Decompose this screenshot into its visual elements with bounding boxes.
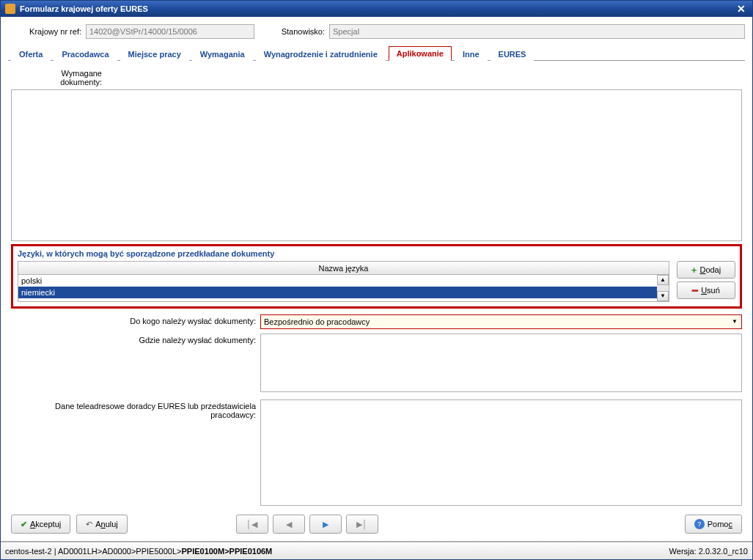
status-host: centos-test-2 [5,547,52,556]
statusbar: centos-test-2 | AD0001LH>AD0000>PPIE5000… [1,542,752,559]
send-to-select[interactable]: Bezpośrednio do pracodawcy ▼ [260,314,742,329]
languages-column-header: Nazwa języka [18,262,669,275]
status-path: | AD0001LH>AD0000>PPIE5000L> [52,547,182,556]
help-icon: ? [694,519,705,529]
ref-label: Krajowy nr ref: [8,27,81,36]
languages-section: Języki, w których mogą być sporządzone p… [11,244,742,309]
tab-wymagania[interactable]: Wymagania [192,47,253,61]
window-title: Formularz krajowej oferty EURES [20,4,148,13]
plus-icon: + [691,265,697,276]
del-label-rest: suń [707,286,720,295]
stanowisko-input [329,24,745,39]
accept-button[interactable]: ✔ Akceptuj [11,515,70,534]
delete-button[interactable]: ━ Usuń [677,281,735,299]
send-where-textarea[interactable] [260,334,742,392]
last-icon: ▶│ [356,520,367,529]
close-icon[interactable]: ✕ [735,3,748,15]
help-button[interactable]: ? Pomoc [685,515,742,534]
cancel-button[interactable]: ↶ Anuluj [76,515,128,534]
add-button[interactable]: + Dodaj [677,261,735,279]
check-icon: ✔ [21,520,27,529]
languages-table[interactable]: Nazwa języka polskiniemiecki ▲ ▼ [18,261,669,302]
tab-oferta[interactable]: Oferta [11,47,51,61]
nav-first-button[interactable]: │◀ [236,515,268,534]
minus-icon: ━ [692,285,698,296]
scroll-down-icon[interactable]: ▼ [657,291,669,301]
advisor-label: Dane teleadresowe doradcy EURES lub prze… [11,399,260,506]
header-fields: Krajowy nr ref: Stanowisko: [8,24,745,39]
next-icon: ▶ [323,520,328,529]
send-to-value: Bezpośrednio do pracodawcy [264,317,370,326]
ref-input [86,24,254,39]
nav-last-button[interactable]: ▶│ [346,515,378,534]
add-label-rest: odaj [705,265,721,274]
docs-label: Wymagane dokumenty: [11,67,106,86]
language-row[interactable]: polski [18,275,669,287]
language-row[interactable]: niemiecki [18,287,669,298]
tab-pracodawca[interactable]: Pracodawca [54,47,117,61]
nav-next-button[interactable]: ▶ [309,515,342,534]
footer-buttons: ✔ Akceptuj ↶ Anuluj │◀ ◀ ▶ ▶│ ? Pomoc [8,509,745,541]
tab-wynagrodzenie-i-zatrudnienie[interactable]: Wynagrodzenie i zatrudnienie [256,47,386,61]
version-value: 2.0.32.0_rc10 [699,547,748,556]
tab-inne[interactable]: Inne [455,47,488,61]
first-icon: │◀ [246,520,257,529]
tab-miejsce-pracy[interactable]: Miejsce pracy [120,47,189,61]
languages-scrollbar[interactable]: ▲ ▼ [657,275,669,301]
titlebar: Formularz krajowej oferty EURES ✕ [1,1,752,17]
app-icon [5,4,15,14]
docs-textarea[interactable] [11,89,742,241]
tabs: OfertaPracodawcaMiejsce pracyWymaganiaWy… [8,45,745,61]
stanowisko-label: Stanowisko: [273,27,325,36]
languages-title: Języki, w których mogą być sporządzone p… [18,249,735,258]
scroll-up-icon[interactable]: ▲ [657,275,669,285]
send-where-label: Gdzie należy wysłać dokumenty: [11,334,260,392]
version-label: Wersja: [669,547,699,556]
tab-aplikowanie[interactable]: Aplikowanie [389,46,452,61]
undo-icon: ↶ [86,520,92,529]
tab-eures[interactable]: EURES [491,47,535,61]
chevron-down-icon[interactable]: ▼ [730,317,740,327]
nav-prev-button[interactable]: ◀ [273,515,305,534]
advisor-textarea[interactable] [260,399,742,506]
send-to-label: Do kogo należy wysłać dokumenty: [11,314,260,329]
prev-icon: ◀ [286,520,292,529]
status-path-bold: PPIE0100M>PPIE0106M [181,547,272,556]
